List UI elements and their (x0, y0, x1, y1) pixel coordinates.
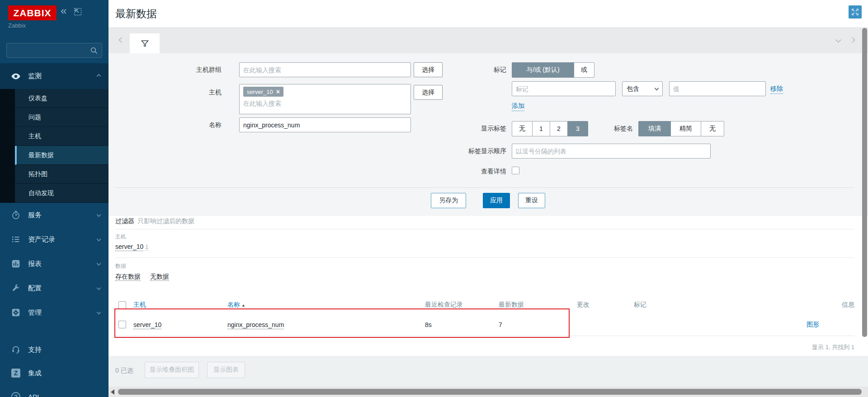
column-header-host[interactable]: 主机 (133, 301, 146, 308)
selected-count: 0 已选 (115, 367, 133, 375)
chevron-down-icon (655, 86, 659, 90)
horizontal-scrollbar-thumb[interactable] (118, 389, 862, 395)
tag-name-input[interactable] (512, 81, 616, 96)
sidebar-item-label: 管理 (28, 308, 42, 317)
tag-remove-link[interactable]: 移除 (770, 85, 783, 94)
sidebar-item-maps[interactable]: 拓扑图 (15, 165, 108, 184)
tag-add-link[interactable]: 添加 (512, 102, 524, 111)
row-checkbox[interactable] (118, 321, 126, 328)
wrench-icon (11, 284, 21, 293)
sidebar-item-discovery[interactable]: 自动发现 (15, 184, 108, 203)
tag-display-priority-input[interactable] (512, 144, 711, 159)
subfilter-title-text: 过滤器 (115, 217, 134, 224)
headset-icon (11, 345, 21, 354)
sub-item-label: 问题 (28, 113, 41, 121)
sidebar-nav: 监测 仪表盘 问题 主机 最新数据 拓扑图 自动发现 服务 (0, 63, 108, 325)
column-header-info: 信息 (802, 301, 854, 309)
display-graph-button[interactable]: 显示图表 (207, 362, 245, 378)
tags-or-button[interactable]: 或 (574, 62, 594, 78)
sidebar-item-support[interactable]: 支持 (0, 338, 108, 361)
selection-action-bar: 0 已选 显示堆叠面积图 显示图表 (108, 356, 868, 387)
show-tags-3-button[interactable]: 3 (567, 121, 588, 136)
sidebar-collapse-icon[interactable]: « (61, 5, 66, 17)
sidebar-item-dashboard[interactable]: 仪表盘 (15, 89, 108, 108)
vertical-scrollbar-thumb[interactable] (862, 28, 867, 337)
host-group-select-button[interactable]: 选择 (414, 62, 443, 77)
tag-name-full-button[interactable]: 填满 (638, 121, 671, 136)
search-icon[interactable] (90, 47, 98, 55)
sidebar-item-monitoring[interactable]: 监测 (0, 63, 108, 89)
tag-name-none-button[interactable]: 无 (701, 121, 724, 136)
sidebar-item-administration[interactable]: 管理 (0, 300, 108, 325)
filter-tab[interactable] (130, 33, 160, 53)
tag-operator-select[interactable]: 包含 (622, 81, 663, 96)
name-input[interactable] (239, 117, 411, 132)
with-data-link[interactable]: 存在数据 (115, 273, 141, 281)
host-select-button[interactable]: 选择 (414, 85, 443, 100)
collapse-filter-chevron[interactable] (835, 37, 841, 43)
column-header-name[interactable]: 名称 (227, 301, 240, 308)
page-title: 最新数据 (115, 7, 157, 21)
table-row: server_10 nginx_process_num 8s 7 图形 (115, 313, 854, 336)
show-tags-segment: 无 1 2 3 (512, 121, 588, 136)
zabbix-z-icon: Z (11, 369, 21, 378)
subfilter-subtitle: 只影响过滤后的数据 (137, 217, 194, 224)
sub-item-label: 自动发现 (28, 189, 54, 197)
tag-value-input[interactable] (669, 81, 766, 96)
show-tags-label: 显示标签 (425, 125, 506, 133)
tag-name-shortened-button[interactable]: 精简 (670, 121, 701, 136)
show-details-checkbox[interactable] (512, 167, 519, 174)
tag-display-priority-label: 标签显示顺序 (425, 147, 506, 155)
sub-item-label: 仪表盘 (28, 94, 47, 103)
without-data-link[interactable]: 无数据 (150, 273, 169, 281)
subfilter-host-label: 主机 (115, 233, 126, 241)
apply-button[interactable]: 应用 (483, 193, 510, 208)
row-item-name-link[interactable]: nginx_process_num (227, 321, 284, 329)
kiosk-mode-icon[interactable] (73, 7, 82, 18)
column-header-tags: 标记 (634, 301, 802, 309)
row-graph-link[interactable]: 图形 (807, 321, 819, 328)
sub-item-label: 主机 (28, 132, 41, 140)
reset-button[interactable]: 重设 (518, 193, 545, 208)
subfilter-data-row: 存在数据 无数据 (115, 273, 169, 281)
show-tags-2-button[interactable]: 2 (550, 121, 568, 136)
subfilter-host-count[interactable]: 1 (145, 244, 148, 251)
chip-remove-icon[interactable]: × (276, 88, 280, 95)
tabs-scroll-right-button[interactable] (849, 37, 855, 43)
host-chip-label: server_10 (247, 89, 273, 95)
filter-buttons-divider (115, 187, 854, 188)
sidebar-item-inventory[interactable]: 资产记录 (0, 227, 108, 252)
tags-and-or-button[interactable]: 与/或 (默认) (512, 62, 574, 78)
tabs-scroll-left-button[interactable] (119, 36, 123, 43)
sidebar-search-input[interactable] (7, 47, 90, 54)
zabbix-logo[interactable]: ZABBIX (8, 5, 57, 20)
subfilter-host-link[interactable]: server_10 (115, 243, 143, 251)
sidebar-item-hosts[interactable]: 主机 (15, 127, 108, 146)
display-stacked-graph-button[interactable]: 显示堆叠面积图 (145, 362, 199, 378)
chevron-down-icon (97, 286, 101, 290)
scroll-left-arrow-icon[interactable] (111, 389, 114, 395)
sidebar-item-latest-data[interactable]: 最新数据 (15, 146, 108, 165)
fullscreen-button[interactable] (849, 5, 862, 19)
filter-strip-controls (836, 38, 854, 42)
host-multiselect[interactable]: server_10 × 在此输入搜索 (239, 84, 411, 114)
sidebar-item-reports[interactable]: 报表 (0, 252, 108, 276)
sidebar-item-problems[interactable]: 问题 (15, 108, 108, 127)
column-header-last-check: 最近检查记录 (425, 301, 499, 309)
sidebar-item-configuration[interactable]: 配置 (0, 276, 108, 300)
horizontal-scrollbar[interactable] (108, 387, 868, 397)
sort-ascending-icon: ▲ (241, 303, 245, 308)
show-tags-none-button[interactable]: 无 (512, 121, 533, 136)
show-tags-1-button[interactable]: 1 (532, 121, 550, 136)
sidebar-item-api[interactable]: ? API (0, 385, 108, 397)
host-input-placeholder[interactable]: 在此输入搜索 (243, 100, 407, 108)
sidebar-item-services[interactable]: 服务 (0, 203, 108, 227)
select-all-checkbox[interactable] (118, 301, 126, 309)
sidebar-item-integrations[interactable]: Z 集成 (0, 361, 108, 385)
filter-form: 主机群组 选择 主机 server_10 × 在此输入搜索 选择 名称 标记 与… (108, 53, 868, 216)
row-host-link[interactable]: server_10 (133, 321, 161, 329)
host-group-input[interactable] (239, 62, 411, 77)
save-as-button[interactable]: 另存为 (431, 193, 466, 208)
sidebar-search[interactable] (6, 43, 102, 58)
subfilter-host-row: server_101 (115, 243, 148, 250)
